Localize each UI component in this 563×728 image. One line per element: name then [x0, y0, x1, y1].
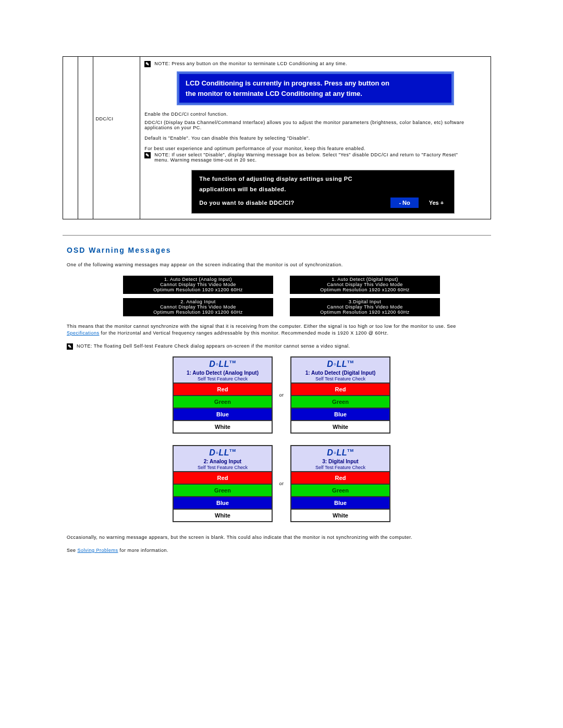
color-bar-green: Green: [174, 485, 272, 497]
ddc-paragraph: Enable the DDC/CI control function.: [144, 112, 486, 117]
ddc-paragraph: Default is "Enable". You can disable thi…: [144, 135, 486, 141]
or-separator: or: [273, 445, 290, 523]
ddc-ci-desc-cell: ✎ NOTE: Press any button on the monitor …: [140, 57, 491, 219]
color-bar-red: Red: [291, 384, 389, 396]
color-bar-white: White: [174, 510, 272, 521]
color-bar-blue: Blue: [291, 497, 389, 510]
note-icon: ✎: [67, 343, 73, 350]
specifications-link[interactable]: Specifications: [67, 330, 100, 336]
ddc-disable-dialog: The function of adjusting display settin…: [191, 170, 455, 214]
dell-logo: D◦LLTM: [174, 448, 272, 458]
divider: [63, 235, 491, 236]
color-bar-green: Green: [291, 485, 389, 497]
color-bar-blue: Blue: [174, 497, 272, 510]
floating-dialog-note: NOTE: The floating Dell Self-test Featur…: [77, 343, 350, 349]
note-icon: ✎: [144, 61, 151, 67]
ddc-ci-label: DDC/CI: [93, 57, 140, 219]
solving-problems-link[interactable]: Solving Problems: [78, 548, 118, 553]
self-test-sub: Self Test Feature Check: [174, 376, 272, 381]
warning-box: 2. Analog Input Cannot Display This Vide…: [123, 298, 274, 317]
self-test-sub: Self Test Feature Check: [291, 376, 389, 381]
dialog-text: applications will be disabled.: [199, 186, 447, 192]
color-bar-blue: Blue: [174, 409, 272, 421]
note-icon: ✎: [144, 152, 151, 158]
osd-intro: One of the following warning messages ma…: [67, 262, 490, 269]
self-test-card: D◦LLTM 2: Analog Input Self Test Feature…: [173, 445, 273, 522]
color-bar-white: White: [174, 421, 272, 433]
osd-warning-heading: OSD Warning Messages: [67, 246, 563, 254]
color-bar-red: Red: [174, 384, 272, 396]
occasional-blank-note: Occasionally, no warning message appears…: [67, 534, 490, 541]
self-test-mode: 1: Auto Detect (Analog Input): [174, 370, 272, 376]
color-bar-red: Red: [174, 472, 272, 485]
color-bar-blue: Blue: [291, 409, 389, 421]
self-test-sub: Self Test Feature Check: [291, 465, 389, 470]
color-bar-white: White: [291, 510, 389, 521]
settings-table: DDC/CI ✎ NOTE: Press any button on the m…: [63, 56, 491, 219]
color-bar-green: Green: [291, 396, 389, 409]
no-button[interactable]: - No: [390, 198, 418, 208]
self-test-sub: Self Test Feature Check: [174, 465, 272, 470]
lcd-conditioning-banner: LCD Conditioning is currently in progres…: [178, 72, 453, 104]
yes-button[interactable]: Yes +: [429, 200, 444, 206]
color-bar-white: White: [291, 421, 389, 433]
self-test-mode: 1: Auto Detect (Digital Input): [291, 370, 389, 376]
sync-explain: This means that the monitor cannot synch…: [67, 323, 490, 337]
self-test-card: D◦LLTM 3: Digital Input Self Test Featur…: [290, 445, 390, 522]
warning-box: 3.Digital Input Cannot Display This Vide…: [289, 298, 440, 317]
self-test-card: D◦LLTM 1: Auto Detect (Digital Input) Se…: [290, 356, 390, 434]
color-bar-red: Red: [291, 472, 389, 485]
dialog-text: The function of adjusting display settin…: [199, 176, 447, 182]
ddc-disable-note: NOTE: If user select "Disable", display …: [154, 152, 467, 163]
ddc-paragraph: For best user experience and optimum per…: [144, 146, 486, 151]
lcd-terminate-note: NOTE: Press any button on the monitor to…: [154, 61, 467, 66]
self-test-mode: 3: Digital Input: [291, 459, 389, 464]
or-separator: or: [273, 356, 290, 434]
self-test-mode: 2: Analog Input: [174, 459, 272, 464]
warning-message-grid: 1. Auto Detect (Analog Input) Cannot Dis…: [123, 275, 440, 317]
warning-box: 1. Auto Detect (Analog Input) Cannot Dis…: [123, 275, 274, 294]
ddc-paragraph: DDC/CI (Display Data Channel/Command Int…: [144, 120, 486, 130]
dialog-question: Do you want to disable DDC/CI?: [199, 200, 390, 206]
dell-logo: D◦LLTM: [291, 360, 389, 369]
dell-logo: D◦LLTM: [174, 360, 272, 369]
self-test-grid: D◦LLTM 1: Auto Detect (Analog Input) Sel…: [172, 356, 391, 523]
warning-box: 1. Auto Detect (Digital Input) Cannot Di…: [289, 275, 440, 294]
self-test-card: D◦LLTM 1: Auto Detect (Analog Input) Sel…: [173, 356, 273, 434]
dell-logo: D◦LLTM: [291, 448, 389, 458]
see-solving: See Solving Problems for more informatio…: [67, 547, 490, 554]
color-bar-green: Green: [174, 396, 272, 409]
